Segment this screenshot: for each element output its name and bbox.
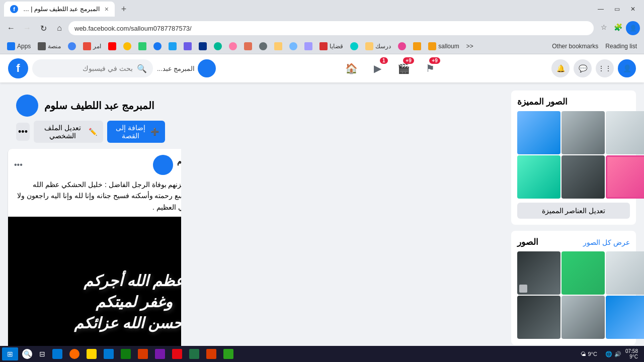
tab-title: المبرمج عبد اللطيف سلوم | Facebook <box>21 6 100 13</box>
sound-icon: 🔊 <box>614 351 621 357</box>
bm-fb2[interactable] <box>150 41 165 51</box>
refresh-button[interactable]: ↻ <box>36 21 50 35</box>
photo-4[interactable] <box>517 296 560 339</box>
taskbar-explorer[interactable] <box>84 347 100 360</box>
nav-video[interactable]: ▶ 1 <box>366 56 390 80</box>
post-author-name[interactable]: المبرمج عبد اللطيف سلوم <box>177 157 181 165</box>
app4-icon <box>121 349 131 359</box>
bm-misc11[interactable] <box>410 41 424 51</box>
featured-photo-2[interactable] <box>561 111 605 154</box>
photo-3[interactable] <box>606 251 644 295</box>
profile-browser-icon[interactable]: 👤 <box>626 21 640 35</box>
bm-apps[interactable]: Apps <box>4 41 34 51</box>
featured-photo-6[interactable] <box>606 155 644 199</box>
bm-g[interactable] <box>65 41 79 51</box>
bm-qadaya[interactable]: قضايا <box>316 41 346 51</box>
taskbar-app7[interactable] <box>169 347 185 360</box>
edit-featured-button[interactable]: تعديل العناصر المميزة <box>517 203 630 219</box>
address-bar-icons: ☆ 🧩 👤 <box>598 21 640 35</box>
bell-button[interactable]: 🔔 <box>551 59 570 77</box>
featured-photo-5[interactable] <box>561 155 605 199</box>
bm-misc7[interactable] <box>286 41 300 51</box>
bm-mansa-label: منصة <box>48 43 61 50</box>
edit-profile-label: تعديل الملف الشخصي <box>40 124 86 140</box>
forward-button[interactable]: → <box>20 21 34 35</box>
add-story-button[interactable]: ➕ إضافة إلى القصة <box>107 121 165 143</box>
bm-misc8[interactable] <box>301 41 315 51</box>
weather-icon: 🌤 <box>581 351 586 357</box>
taskbar-app9[interactable] <box>203 347 219 360</box>
active-tab[interactable]: f المبرمج عبد اللطيف سلوم | Facebook × <box>4 2 115 17</box>
post-author-details: المبرمج عبد اللطيف سلوم 🌍 ٩ س <box>177 157 181 172</box>
fb-topbar: f 🔍 المبرمج عبد... 🏠 ▶ 1 🎬 +9 ⚑ <box>0 54 644 82</box>
more-options-button[interactable]: ••• <box>16 123 30 141</box>
start-button[interactable]: ⊞ <box>2 347 18 360</box>
taskbar-edge[interactable] <box>49 347 65 360</box>
taskbar-task-view[interactable]: ⊟ <box>36 347 48 360</box>
bm-darsak[interactable]: درسك <box>362 41 394 51</box>
grid-button[interactable]: ⋮⋮ <box>596 59 614 77</box>
extensions-icon[interactable]: 🧩 <box>612 21 624 33</box>
maximize-button[interactable]: ▭ <box>610 2 624 16</box>
featured-section-header: الصور المميزة <box>517 97 630 107</box>
topbar-user-profile[interactable]: المبرمج عبد... <box>153 57 220 79</box>
bm-misc3[interactable] <box>226 41 240 51</box>
view-all-photos-link[interactable]: عرض كل الصور <box>583 238 630 246</box>
bm-z[interactable] <box>181 41 195 51</box>
edit-profile-button[interactable]: ✏️ تعديل الملف الشخصي <box>34 121 104 143</box>
back-button[interactable]: ← <box>4 21 18 35</box>
bm-misc5[interactable] <box>256 41 270 51</box>
post-more-icon[interactable]: ••• <box>14 160 23 169</box>
taskbar-app4[interactable] <box>118 347 134 360</box>
taskbar-search[interactable]: 🔍 <box>19 347 35 360</box>
photo-6[interactable] <box>606 296 644 339</box>
bm-misc6[interactable] <box>271 41 285 51</box>
featured-photo-1[interactable] <box>517 111 560 154</box>
taskbar-app6[interactable] <box>152 347 168 360</box>
nav-reels[interactable]: 🎬 +9 <box>392 56 416 80</box>
featured-photo-4[interactable] <box>517 155 560 199</box>
bm-other-label: Other bookmarks <box>552 43 598 50</box>
taskbar-firefox[interactable] <box>66 347 83 360</box>
taskbar-app8[interactable] <box>186 347 202 360</box>
bm-g2[interactable] <box>120 41 134 51</box>
bookmark-icon[interactable]: ☆ <box>598 21 610 33</box>
photo-2[interactable] <box>561 251 605 295</box>
bm-misc10[interactable] <box>395 41 409 51</box>
nav-flag[interactable]: ⚑ +9 <box>418 56 442 80</box>
messenger-button[interactable]: 💬 <box>574 59 592 77</box>
search-input[interactable] <box>52 64 133 72</box>
bm-pp[interactable] <box>196 41 210 51</box>
account-button[interactable]: 👤 <box>618 59 636 77</box>
bm-misc4[interactable] <box>241 41 255 51</box>
photo-1[interactable] <box>517 251 560 295</box>
bm-misc1[interactable] <box>135 41 149 51</box>
bm-more[interactable]: >> <box>463 42 476 51</box>
taskbar-app10[interactable] <box>220 347 236 360</box>
bm-yt[interactable] <box>105 41 119 51</box>
bm-mansa[interactable]: منصة <box>35 41 64 51</box>
fb-nav-center: 🏠 ▶ 1 🎬 +9 ⚑ +9 <box>230 56 551 80</box>
nav-home[interactable]: 🏠 <box>340 56 364 80</box>
photo-5[interactable] <box>561 296 605 339</box>
new-tab-button[interactable]: + <box>117 2 131 16</box>
post-image-text: عظم الله أجركم وغفر لميتكم وأحسن الله عز… <box>8 217 181 362</box>
bm-reading[interactable]: Reading list <box>602 42 640 51</box>
taskbar-app5[interactable] <box>135 347 151 360</box>
minimize-button[interactable]: — <box>594 2 608 16</box>
bm-misc9[interactable] <box>347 41 361 51</box>
featured-photo-3[interactable] <box>606 111 644 154</box>
facebook-app: f 🔍 المبرمج عبد... 🏠 ▶ 1 🎬 +9 ⚑ <box>0 54 644 362</box>
address-input[interactable] <box>68 21 594 35</box>
bm-amr[interactable]: امر <box>80 41 104 51</box>
bm-tw[interactable] <box>166 41 180 51</box>
home-button[interactable]: ⌂ <box>52 21 66 35</box>
bm-salloum[interactable]: salloum <box>425 41 462 51</box>
close-button[interactable]: ✕ <box>626 2 640 16</box>
taskbar: ⊞ 🔍 ⊟ 🌤 9°C 🌐 <box>0 346 644 362</box>
bm-misc2[interactable] <box>211 41 225 51</box>
taskbar-app3[interactable] <box>101 347 117 360</box>
close-tab-button[interactable]: × <box>105 5 109 13</box>
bm-other[interactable]: Other bookmarks <box>549 42 601 51</box>
fb-search-box[interactable]: 🔍 <box>32 59 153 77</box>
